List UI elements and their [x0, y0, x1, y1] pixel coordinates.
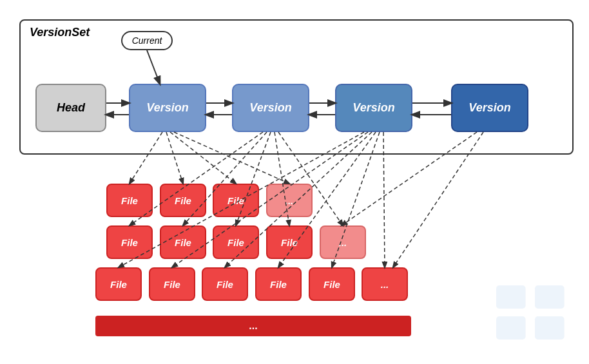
version-box-2: Version — [232, 84, 309, 132]
file-r3c3: File — [202, 267, 248, 301]
svg-rect-3 — [535, 316, 565, 340]
file-r3c4: File — [255, 267, 302, 301]
diagram-container: VersionSet Current Head Version Version … — [0, 0, 589, 364]
version-label-2: Version — [249, 101, 291, 115]
file-r2c2: File — [160, 225, 206, 259]
version-label-1: Version — [146, 101, 188, 115]
bottom-bar-label: ... — [249, 320, 257, 332]
version-label-4: Version — [468, 101, 510, 115]
svg-rect-1 — [535, 285, 565, 309]
versionset-label: VersionSet — [30, 26, 90, 39]
bottom-bar: ... — [95, 316, 411, 336]
file-r3c2: File — [149, 267, 195, 301]
file-r2c4: File — [266, 225, 313, 259]
file-r3c1: File — [95, 267, 142, 301]
file-r1c4: ... — [266, 184, 313, 217]
current-label: Current — [132, 35, 162, 46]
version-box-1: Version — [129, 84, 206, 132]
version-label-3: Version — [352, 101, 394, 115]
head-label: Head — [57, 101, 85, 115]
file-r2c1: File — [106, 225, 153, 259]
head-box: Head — [35, 84, 106, 132]
file-r1c2: File — [160, 184, 206, 217]
version-box-4: Version — [451, 84, 528, 132]
version-box-3: Version — [335, 84, 412, 132]
file-r3c5: File — [309, 267, 355, 301]
file-r1c3: File — [213, 184, 259, 217]
file-r2c3: File — [213, 225, 259, 259]
watermark — [492, 280, 570, 345]
file-r3c6: ... — [362, 267, 408, 301]
svg-rect-2 — [496, 316, 526, 340]
file-r2c5: ... — [320, 225, 366, 259]
svg-rect-0 — [496, 285, 526, 309]
file-r1c1: File — [106, 184, 153, 217]
current-bubble: Current — [121, 31, 173, 50]
